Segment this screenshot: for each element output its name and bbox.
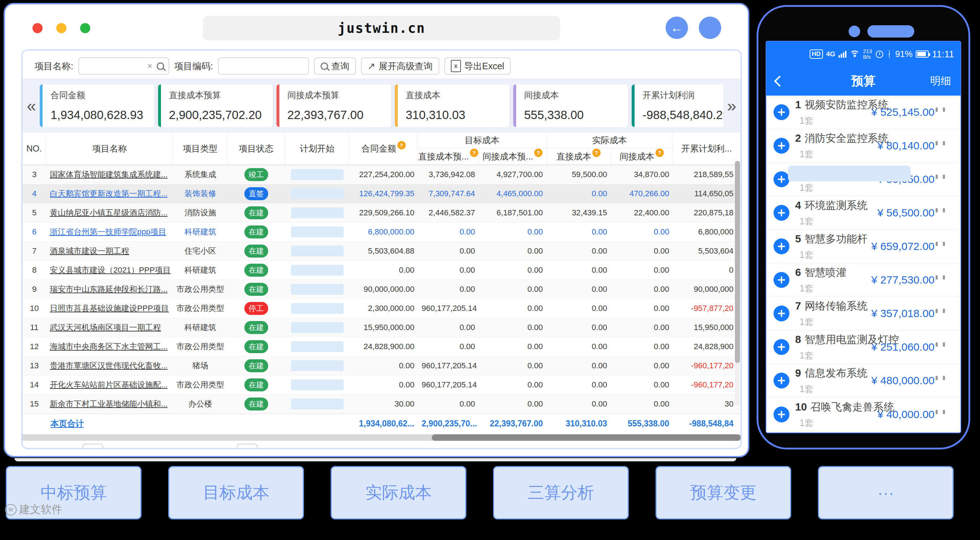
cell-project-name[interactable]: 瑞安市中山东路延伸段和长汀路...	[46, 284, 173, 295]
page-size-box[interactable]	[237, 444, 258, 449]
back-chevron-icon[interactable]	[774, 75, 785, 87]
table-row[interactable]: 3 国家体育场智能建筑集成系统建... 系统集成 竣工 227,254,200.…	[22, 165, 741, 184]
table-row[interactable]: 13 贵港市覃塘区汉世伟现代化畜牧... 猪场 在建 0.00 960,177,…	[22, 356, 741, 375]
help-icon[interactable]: ?	[470, 149, 478, 157]
cards-scroll-left-icon[interactable]: «	[23, 96, 40, 116]
back-button[interactable]: ←	[666, 17, 688, 39]
budget-list-item[interactable]: 3 监测分析系统 1套 ¥ 50,650.00	[766, 163, 961, 196]
table-row[interactable]: 15 新余市下村工业基地储能小镇和... 办公楼 在建 30.00 0.00 0…	[22, 395, 741, 414]
page-total-label[interactable]: 本页合计	[46, 418, 173, 429]
adjust-sliders-icon[interactable]	[940, 140, 953, 151]
budget-list-item[interactable]: 2 消防安全监控系统 1套 ¥ 80,140.00	[766, 129, 961, 163]
page-number-box[interactable]	[82, 444, 103, 449]
search-button[interactable]: 查询	[314, 57, 356, 75]
expand-plus-icon[interactable]	[773, 407, 789, 422]
table-row[interactable]: 4 白天鹅宾馆更新改造第一期工程... 装饰装修 直签 126,424,799.…	[22, 184, 741, 203]
col-header-profit[interactable]: 开累计划利...	[673, 133, 741, 165]
address-bar[interactable]: justwin.cn	[203, 16, 560, 40]
vertical-scrollbar[interactable]	[735, 161, 740, 405]
cell-project-name[interactable]: 武汉天河机场南区项目一期工程	[46, 322, 173, 333]
table-row[interactable]: 5 黄山纳尼亚小镇五星级酒店消防... 消防设施 在建 229,509,266.…	[22, 203, 741, 222]
col-header-name[interactable]: 项目名称	[46, 133, 173, 165]
clear-icon[interactable]: ×	[147, 62, 152, 70]
bottom-tab-button[interactable]: 预算变更	[655, 466, 791, 519]
col-header-no[interactable]: NO.	[22, 133, 46, 165]
expand-plus-icon[interactable]	[773, 172, 789, 187]
help-icon[interactable]: ?	[534, 149, 542, 157]
expand-plus-icon[interactable]	[773, 238, 789, 254]
expand-plus-icon[interactable]	[773, 373, 789, 389]
expand-plus-icon[interactable]	[773, 104, 789, 120]
profile-button[interactable]	[699, 17, 721, 39]
adjust-sliders-icon[interactable]	[940, 106, 953, 118]
budget-list-item[interactable]: 8 智慧用电监测及灯控 1套 ¥ 251,060.00	[766, 330, 961, 364]
col-header-contract[interactable]: 合同金额?	[349, 133, 418, 165]
detail-link[interactable]: 明细	[926, 74, 951, 88]
col-header-direct-cost-budget[interactable]: 直接成本预...?	[418, 148, 479, 165]
help-icon[interactable]: ?	[655, 149, 664, 157]
table-row[interactable]: 14 开化火车站站前片区基础设施配... 市政公用类型 在建 0.00 960,…	[22, 375, 741, 395]
advanced-search-button[interactable]: ↗ 展开高级查询	[361, 57, 439, 75]
cell-project-name[interactable]: 浙江省台州第一技师学院ppp项目	[46, 227, 173, 237]
budget-list-item[interactable]: 1 视频安防监控系统 1套 ¥ 525,145.00	[766, 95, 961, 129]
budget-list-item[interactable]: 4 环境监测系统 1套 ¥ 56,500.00	[766, 196, 961, 230]
adjust-sliders-icon[interactable]	[940, 173, 953, 185]
table-row[interactable]: 12 海城市中央商务区下水主管网工... 市政公用类型 在建 24,828,90…	[22, 337, 741, 356]
cell-project-name[interactable]: 白天鹅宾馆更新改造第一期工程...	[46, 188, 173, 199]
col-header-status[interactable]: 项目状态	[228, 133, 285, 165]
maximize-window-button[interactable]	[80, 23, 90, 33]
table-row[interactable]: 9 瑞安市中山东路延伸段和长汀路... 市政公用类型 在建 90,000,000…	[22, 280, 741, 299]
cell-project-name[interactable]: 海城市中央商务区下水主管网工...	[46, 341, 173, 352]
close-window-button[interactable]	[32, 23, 43, 33]
expand-plus-icon[interactable]	[773, 305, 789, 321]
cell-project-name[interactable]: 国家体育场智能建筑集成系统建...	[46, 169, 173, 180]
budget-list-item[interactable]: 7 网络传输系统 1套 ¥ 357,018.00	[766, 297, 961, 330]
expand-plus-icon[interactable]	[773, 272, 789, 288]
table-row[interactable]: 10 日照市莒县基础设施建设PPP项目 市政公用类型 停工 2,300,000.…	[22, 299, 741, 318]
adjust-sliders-icon[interactable]	[940, 274, 953, 286]
help-icon[interactable]: ?	[592, 149, 601, 157]
col-header-indirect-cost[interactable]: 间接成本?	[610, 148, 673, 165]
col-header-plan[interactable]: 计划开始	[285, 133, 349, 165]
table-row[interactable]: 8 安义县城市建设（2021）PPP项目 科研建筑 在建 0.00 0.00 0…	[22, 261, 741, 280]
search-icon[interactable]	[157, 62, 164, 70]
expand-plus-icon[interactable]	[773, 138, 789, 154]
budget-list-item[interactable]: 10 召唤飞禽走兽系统 1套 ¥ 40,000.00	[766, 397, 961, 431]
adjust-sliders-icon[interactable]	[940, 241, 953, 252]
help-icon[interactable]: ?	[398, 141, 406, 149]
table-row[interactable]: 6 浙江省台州第一技师学院ppp项目 科研建筑 在建 6,800,000.00 …	[22, 222, 741, 242]
minimize-window-button[interactable]	[56, 23, 67, 33]
adjust-sliders-icon[interactable]	[940, 207, 953, 219]
cell-project-name[interactable]: 新余市下村工业基地储能小镇和...	[46, 399, 173, 410]
project-name-input[interactable]: ×	[78, 57, 169, 75]
cell-project-name[interactable]: 日照市莒县基础设施建设PPP项目	[46, 303, 173, 314]
cell-project-name[interactable]: 贵港市覃塘区汉世伟现代化畜牧...	[46, 361, 173, 371]
adjust-sliders-icon[interactable]	[940, 308, 953, 319]
expand-plus-icon[interactable]	[773, 339, 789, 355]
adjust-sliders-icon[interactable]	[940, 375, 953, 386]
bottom-tab-button[interactable]: 三算分析	[493, 466, 629, 519]
col-header-direct-cost[interactable]: 直接成本?	[546, 148, 610, 165]
col-header-type[interactable]: 项目类型	[173, 133, 228, 165]
budget-list-item[interactable]: 9 信息发布系统 1套 ¥ 480,000.00	[766, 364, 961, 397]
expand-plus-icon[interactable]	[773, 205, 789, 221]
project-code-input[interactable]	[218, 57, 309, 75]
cell-project-name[interactable]: 酒泉城市建设一期工程	[46, 246, 173, 256]
export-excel-button[interactable]: x 导出Excel	[444, 57, 511, 75]
adjust-sliders-icon[interactable]	[940, 409, 953, 420]
horizontal-scrollbar[interactable]	[22, 434, 741, 441]
bottom-tab-button[interactable]: 目标成本	[168, 466, 304, 519]
table-row[interactable]: 7 酒泉城市建设一期工程 住宅小区 在建 5,503,604.88 0.00 0…	[22, 242, 741, 261]
cards-scroll-right-icon[interactable]: »	[723, 96, 740, 116]
budget-list-item[interactable]: 6 智慧喷灌 1套 ¥ 277,530.00	[766, 263, 961, 297]
budget-list-item[interactable]: 5 智慧多功能杆 1套 ¥ 659,072.00	[766, 230, 961, 263]
cell-project-name[interactable]: 安义县城市建设（2021）PPP项目	[46, 265, 173, 276]
bottom-tab-button[interactable]: 实际成本	[331, 466, 466, 519]
table-row[interactable]: 11 武汉天河机场南区项目一期工程 科研建筑 在建 15,950,000.00 …	[22, 318, 741, 337]
horizontal-scrollbar-thumb[interactable]	[432, 434, 741, 441]
cell-project-name[interactable]: 开化火车站站前片区基础设施配...	[46, 380, 173, 390]
cell-project-name[interactable]: 黄山纳尼亚小镇五星级酒店消防...	[46, 207, 173, 218]
col-header-indirect-cost-budget[interactable]: 间接成本预...?	[479, 148, 546, 165]
vertical-scrollbar-thumb[interactable]	[735, 161, 740, 363]
bottom-tab-button[interactable]: ···	[818, 466, 954, 519]
